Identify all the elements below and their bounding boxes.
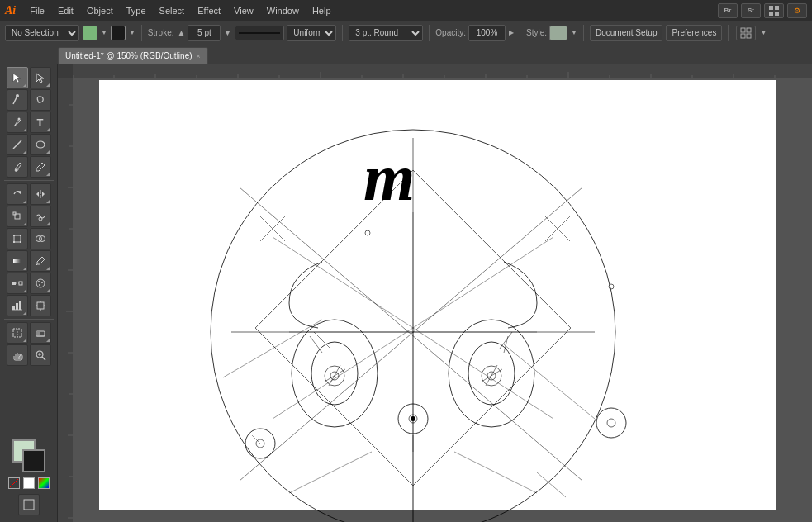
- line-tool[interactable]: [7, 134, 28, 155]
- slice-tool[interactable]: [7, 322, 28, 344]
- stroke-line-inner: [239, 32, 280, 34]
- svg-text:m: m: [363, 141, 415, 214]
- fill-color-swatch[interactable]: [83, 26, 97, 40]
- hand-tool[interactable]: [7, 344, 28, 366]
- svg-point-12: [17, 118, 20, 121]
- svg-rect-6: [741, 34, 745, 38]
- lasso-tool-icon: [35, 94, 46, 106]
- reflect-tool[interactable]: [30, 183, 51, 205]
- selection-tool[interactable]: [7, 67, 28, 88]
- magic-wand-tool[interactable]: [7, 89, 28, 111]
- separator-1: [141, 25, 142, 41]
- eyedropper-tool[interactable]: [30, 250, 51, 272]
- svg-point-15: [36, 141, 45, 148]
- artboard-tool[interactable]: [30, 295, 51, 316]
- stroke-size-input[interactable]: [188, 25, 221, 41]
- arrange-icon: [740, 27, 752, 39]
- pencil-tool-icon: [35, 161, 46, 173]
- none-swatch-icon: [9, 478, 19, 488]
- paintbrush-tool[interactable]: [7, 156, 28, 178]
- ruler-corner: [58, 64, 73, 78]
- lasso-tool[interactable]: [30, 89, 51, 111]
- style-swatch[interactable]: [549, 26, 567, 40]
- stock-icon-btn[interactable]: St: [741, 3, 761, 18]
- opacity-more-arrow[interactable]: ▶: [509, 29, 514, 36]
- menu-edit[interactable]: Edit: [52, 4, 79, 17]
- symbol-sprayer-icon: [35, 278, 46, 289]
- selection-dropdown[interactable]: No Selection: [5, 25, 79, 41]
- tool-separator-2: [4, 319, 54, 320]
- menu-view[interactable]: View: [228, 4, 259, 17]
- grid-icon-btn[interactable]: [764, 3, 784, 18]
- screen-mode-icon: [23, 499, 35, 510]
- menu-file[interactable]: File: [24, 4, 50, 17]
- blend-tool[interactable]: [7, 273, 28, 294]
- rotate-tool[interactable]: [7, 183, 28, 205]
- stroke-color-swatch[interactable]: [111, 26, 126, 40]
- tool-corner-indicator: [23, 83, 26, 87]
- arrange-icon-btn[interactable]: [736, 26, 756, 40]
- zoom-tool[interactable]: [30, 344, 51, 366]
- bridge-icon-btn[interactable]: Br: [718, 3, 738, 18]
- graph-tool[interactable]: [7, 295, 28, 316]
- stroke-down-arrow[interactable]: ▼: [223, 28, 231, 37]
- pen-tool[interactable]: [7, 112, 28, 133]
- arrange-dropdown-arrow[interactable]: ▼: [760, 29, 767, 36]
- swatch-extras-row: [8, 477, 50, 489]
- svg-point-133: [411, 416, 415, 421]
- menu-help[interactable]: Help: [306, 4, 337, 17]
- stroke-dropdown-arrow[interactable]: ▼: [129, 29, 135, 36]
- none-swatch[interactable]: [8, 477, 20, 489]
- ellipse-tool[interactable]: [30, 134, 51, 155]
- menu-type[interactable]: Type: [121, 4, 152, 17]
- opacity-group: Opacity: ▶: [435, 25, 514, 41]
- pen-tool-corner: [23, 128, 26, 131]
- reflect-tool-corner: [46, 200, 50, 203]
- warp-tool[interactable]: [30, 206, 51, 227]
- tab-close-button[interactable]: ×: [197, 52, 201, 60]
- svg-rect-53: [36, 331, 40, 336]
- svg-point-104: [311, 342, 358, 405]
- gradient-tool-corner: [23, 267, 26, 270]
- svg-marker-20: [36, 192, 39, 197]
- preferences-button[interactable]: Preferences: [666, 25, 722, 41]
- svg-point-38: [38, 281, 40, 282]
- scale-tool[interactable]: [7, 206, 28, 227]
- style-dropdown-arrow[interactable]: ▼: [571, 29, 577, 36]
- svg-rect-61: [58, 64, 801, 78]
- gradient-tool[interactable]: [7, 250, 28, 272]
- cc-icon-btn[interactable]: ⚙: [787, 3, 807, 18]
- stroke-up-arrow[interactable]: ▲: [178, 28, 186, 37]
- stroke-type-dropdown[interactable]: Uniform: [287, 25, 336, 41]
- direct-selection-tool[interactable]: [30, 67, 51, 88]
- artboard-tool-icon: [35, 300, 46, 311]
- tool-row-gradient: [7, 250, 51, 272]
- opacity-input[interactable]: [468, 25, 506, 41]
- eraser-tool[interactable]: [30, 322, 51, 344]
- pencil-tool[interactable]: [30, 156, 51, 178]
- selection-group: No Selection: [5, 25, 79, 41]
- fill-dropdown-arrow[interactable]: ▼: [101, 29, 107, 36]
- shape-builder-tool[interactable]: [30, 228, 51, 249]
- separator-4: [520, 25, 520, 41]
- symbol-sprayer-tool[interactable]: [30, 273, 51, 294]
- menu-select[interactable]: Select: [154, 4, 191, 17]
- menu-window[interactable]: Window: [261, 4, 305, 17]
- document-tab[interactable]: Untitled-1* @ 150% (RGB/Outline) ×: [58, 47, 208, 64]
- background-color-swatch[interactable]: [22, 449, 45, 472]
- svg-line-137: [289, 452, 372, 493]
- svg-line-130: [537, 472, 566, 497]
- svg-marker-8: [13, 74, 21, 83]
- shape-builder-icon: [35, 233, 46, 244]
- type-tool[interactable]: T: [30, 112, 51, 133]
- document-setup-button[interactable]: Document Setup: [590, 25, 663, 41]
- screen-mode-tool[interactable]: [18, 494, 40, 515]
- white-swatch[interactable]: [23, 477, 35, 489]
- brush-dropdown[interactable]: 3 pt. Round: [349, 25, 423, 41]
- menu-object[interactable]: Object: [81, 4, 119, 17]
- color-swatch[interactable]: [38, 477, 50, 489]
- svg-point-112: [468, 342, 515, 405]
- vertical-ruler: [58, 64, 73, 522]
- free-transform-tool[interactable]: [7, 228, 28, 249]
- menu-effect[interactable]: Effect: [192, 4, 226, 17]
